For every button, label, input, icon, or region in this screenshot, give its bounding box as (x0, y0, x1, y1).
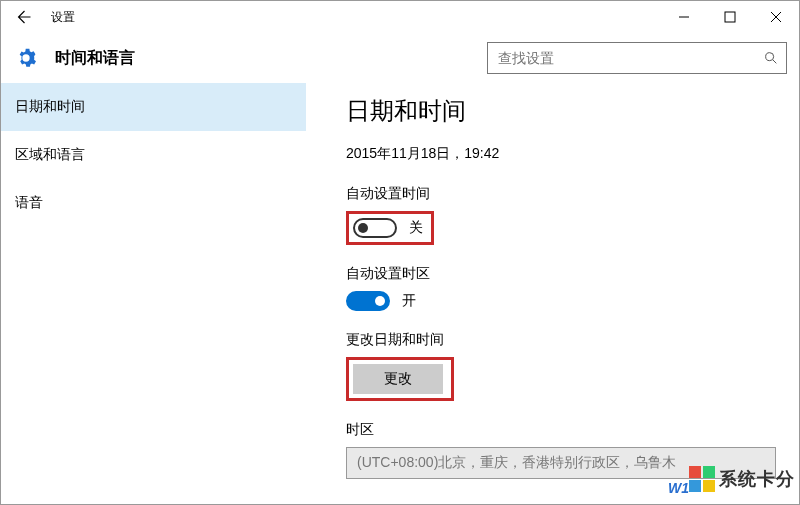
auto-tz-toggle[interactable] (346, 291, 390, 311)
watermark-sub: W1 (668, 480, 689, 496)
auto-time-state: 关 (409, 219, 423, 237)
auto-time-block: 自动设置时间 关 (346, 185, 799, 245)
back-button[interactable] (13, 7, 33, 27)
toggle-knob (358, 223, 368, 233)
highlight-change-button: 更改 (346, 357, 454, 401)
watermark-logo: 系统卡分 (689, 466, 795, 492)
search-box[interactable] (487, 42, 787, 74)
auto-tz-state: 开 (402, 292, 416, 310)
page-title: 日期和时间 (346, 95, 799, 127)
auto-time-toggle-row: 关 (353, 218, 423, 238)
close-button[interactable] (753, 1, 799, 33)
ms-flag-icon (689, 466, 715, 492)
section-title: 时间和语言 (55, 48, 135, 69)
timezone-label: 时区 (346, 421, 799, 439)
sidebar-item-date-time[interactable]: 日期和时间 (1, 83, 306, 131)
sidebar-item-label: 日期和时间 (15, 98, 85, 116)
window-title: 设置 (51, 9, 75, 26)
svg-rect-1 (725, 12, 735, 22)
maximize-button[interactable] (707, 1, 753, 33)
auto-tz-label: 自动设置时区 (346, 265, 799, 283)
window-controls (661, 1, 799, 33)
sidebar: 日期和时间 区域和语言 语音 (1, 83, 306, 504)
titlebar: 设置 (1, 1, 799, 33)
content: 日期和时间 2015年11月18日，19:42 自动设置时间 关 自动设置时区 … (306, 83, 799, 504)
maximize-icon (724, 11, 736, 23)
gear-icon (15, 47, 37, 69)
sidebar-item-label: 语音 (15, 194, 43, 212)
titlebar-left: 设置 (13, 7, 75, 27)
watermark-text: 系统卡分 (719, 467, 795, 491)
auto-time-label: 自动设置时间 (346, 185, 799, 203)
search-input[interactable] (488, 50, 756, 66)
change-dt-label: 更改日期和时间 (346, 331, 799, 349)
current-datetime: 2015年11月18日，19:42 (346, 145, 799, 163)
highlight-auto-time: 关 (346, 211, 434, 245)
settings-window: 设置 时间和语言 日 (0, 0, 800, 505)
auto-time-toggle[interactable] (353, 218, 397, 238)
sidebar-item-region-language[interactable]: 区域和语言 (1, 131, 306, 179)
auto-tz-toggle-row: 开 (346, 291, 799, 311)
toggle-knob (375, 296, 385, 306)
sidebar-item-label: 区域和语言 (15, 146, 85, 164)
timezone-value: (UTC+08:00)北京，重庆，香港特别行政区，乌鲁木 (357, 454, 676, 472)
body: 日期和时间 区域和语言 语音 日期和时间 2015年11月18日，19:42 自… (1, 83, 799, 504)
header-row: 时间和语言 (1, 33, 799, 83)
auto-tz-block: 自动设置时区 开 (346, 265, 799, 311)
change-dt-block: 更改日期和时间 更改 (346, 331, 799, 401)
arrow-left-icon (14, 8, 32, 26)
svg-line-5 (773, 60, 776, 63)
minimize-icon (678, 11, 690, 23)
svg-point-4 (766, 53, 774, 61)
minimize-button[interactable] (661, 1, 707, 33)
close-icon (770, 11, 782, 23)
search-icon (756, 50, 786, 66)
change-button[interactable]: 更改 (353, 364, 443, 394)
sidebar-item-speech[interactable]: 语音 (1, 179, 306, 227)
